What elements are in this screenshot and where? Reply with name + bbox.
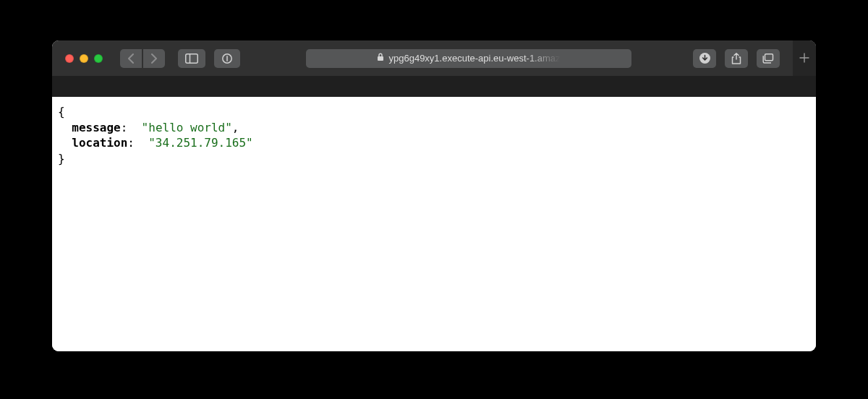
download-icon — [699, 53, 710, 64]
privacy-report-button[interactable] — [214, 49, 240, 68]
svg-rect-6 — [765, 53, 773, 60]
maximize-window-button[interactable] — [94, 54, 103, 63]
share-button[interactable] — [725, 49, 748, 68]
toolbar-right-cluster — [693, 49, 784, 68]
browser-toolbar: ypg6g49xy1.execute-api.eu-west-1.amaz — [52, 40, 816, 76]
plus-icon — [799, 50, 809, 66]
lock-icon — [377, 53, 384, 64]
show-sidebar-button[interactable] — [178, 49, 205, 68]
tab-strip — [52, 76, 816, 97]
address-text: ypg6g49xy1.execute-api.eu-west-1.amaz — [388, 53, 560, 64]
show-tabs-button[interactable] — [757, 49, 780, 68]
nav-button-group — [120, 49, 169, 68]
address-bar[interactable]: ypg6g49xy1.execute-api.eu-west-1.amaz — [306, 49, 631, 68]
json-brace-open: { — [58, 105, 65, 119]
svg-rect-0 — [186, 53, 198, 63]
downloads-button[interactable] — [693, 49, 716, 68]
back-button[interactable] — [120, 49, 142, 68]
json-brace-close: } — [58, 152, 65, 166]
new-tab-button[interactable] — [793, 40, 816, 76]
json-key: message — [72, 121, 120, 134]
json-key: location — [72, 136, 127, 150]
svg-rect-4 — [378, 56, 383, 61]
traffic-lights — [65, 54, 103, 63]
share-icon — [731, 53, 741, 64]
browser-window: ypg6g49xy1.execute-api.eu-west-1.amaz — [52, 40, 816, 351]
forward-button[interactable] — [143, 49, 165, 68]
minimize-window-button[interactable] — [80, 54, 88, 63]
json-string-value: "34.251.79.165" — [148, 136, 253, 150]
shield-icon — [221, 53, 233, 64]
tabs-icon — [762, 53, 774, 64]
close-window-button[interactable] — [65, 54, 74, 63]
json-string-value: "hello world" — [142, 121, 232, 134]
sidebar-icon — [185, 53, 198, 64]
page-content: { message: "hello world", location: "34.… — [52, 97, 816, 351]
